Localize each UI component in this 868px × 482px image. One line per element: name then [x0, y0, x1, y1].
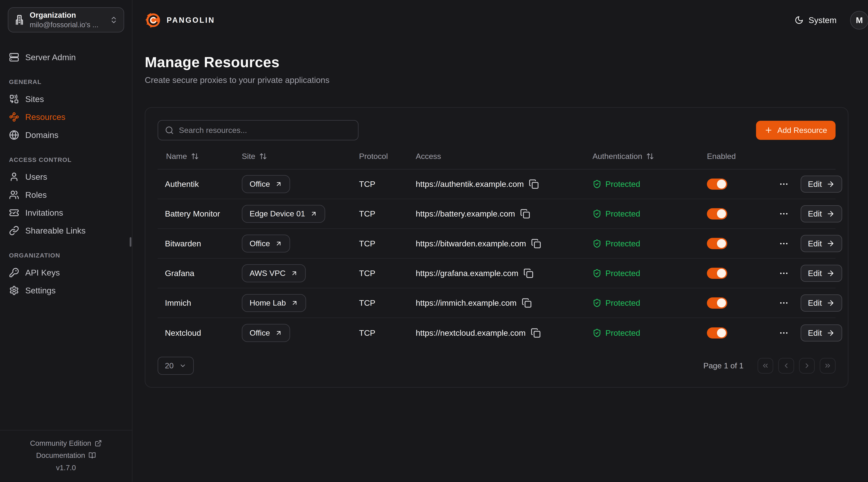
arrow-up-right-icon	[290, 269, 298, 277]
column-header-name[interactable]: Name	[158, 152, 242, 161]
prev-page-button[interactable]	[778, 358, 794, 374]
copy-icon[interactable]	[520, 209, 530, 219]
topbar: PANGOLIN System M	[145, 0, 868, 40]
row-menu-button[interactable]	[779, 268, 789, 278]
brand-name: PANGOLIN	[167, 16, 215, 25]
first-page-button[interactable]	[757, 358, 773, 374]
copy-icon[interactable]	[522, 298, 532, 308]
avatar[interactable]: M	[850, 11, 868, 30]
enabled-toggle[interactable]	[707, 179, 727, 190]
brand[interactable]: PANGOLIN	[145, 12, 215, 29]
enabled-toggle[interactable]	[707, 238, 727, 249]
sidebar-item-resources[interactable]: Resources	[9, 108, 123, 126]
sidebar-item-server-admin[interactable]: Server Admin	[9, 48, 123, 66]
enabled-toggle[interactable]	[707, 208, 727, 220]
ticket-check-icon	[9, 208, 19, 218]
sidebar-footer-link[interactable]: Documentation	[0, 449, 132, 462]
sidebar: Organization milo@fossorial.io's ... Ser…	[0, 0, 132, 482]
sidebar-item-sites[interactable]: Sites	[9, 90, 123, 108]
page-size-select[interactable]: 20	[158, 357, 194, 375]
sidebar-footer-link[interactable]: Community Edition	[0, 437, 132, 449]
resource-name: Bitwarden	[158, 239, 242, 248]
chevrons-left-icon	[762, 362, 769, 369]
sort-icon[interactable]	[259, 152, 267, 160]
row-menu-button[interactable]	[779, 328, 789, 338]
shield-check-icon	[592, 180, 601, 189]
row-menu-button[interactable]	[779, 238, 789, 249]
sidebar-item-users[interactable]: Users	[9, 168, 123, 186]
chevron-right-icon	[803, 362, 811, 369]
sidebar-item-domains[interactable]: Domains	[9, 126, 123, 144]
theme-toggle[interactable]: System	[795, 15, 837, 25]
edit-button[interactable]: Edit	[801, 265, 842, 282]
sidebar-item-api-keys[interactable]: API Keys	[9, 263, 123, 282]
auth-badge: Protected	[592, 180, 707, 189]
resources-card: Add Resource NameSiteProtocolAccessAuthe…	[145, 107, 848, 387]
page-title: Manage Resources	[145, 54, 868, 71]
search-input[interactable]	[179, 126, 351, 135]
row-menu-button[interactable]	[779, 209, 789, 219]
column-header-site[interactable]: Site	[242, 152, 359, 161]
sidebar-item-roles[interactable]: Roles	[9, 186, 123, 204]
page-subtitle: Create secure proxies to your private ap…	[145, 75, 868, 85]
page-info: Page 1 of 1	[703, 361, 743, 370]
edit-button[interactable]: Edit	[801, 235, 842, 252]
arrow-up-right-icon	[310, 210, 317, 217]
copy-icon[interactable]	[531, 238, 541, 249]
toolbar: Add Resource	[158, 120, 836, 140]
sidebar-nav: Server Admin GENERAL Sites Resources Dom…	[0, 48, 132, 299]
next-page-button[interactable]	[799, 358, 815, 374]
resource-protocol: TCP	[359, 268, 415, 278]
site-link-button[interactable]: Home Lab	[242, 294, 306, 312]
arrow-up-right-icon	[291, 299, 298, 307]
book-open-icon	[89, 452, 96, 459]
enabled-toggle[interactable]	[707, 297, 727, 309]
sidebar-item-invitations[interactable]: Invitations	[9, 204, 123, 222]
globe-icon	[9, 130, 19, 140]
edit-button[interactable]: Edit	[801, 324, 842, 342]
enabled-toggle[interactable]	[707, 327, 727, 339]
main-area: PANGOLIN System M Manage Resources Creat…	[132, 0, 868, 482]
row-menu-button[interactable]	[779, 179, 789, 189]
sites-icon	[9, 94, 19, 104]
column-header-authentication[interactable]: Authentication	[592, 152, 707, 161]
site-link-button[interactable]: Office	[242, 175, 290, 193]
copy-icon[interactable]	[523, 268, 533, 278]
site-link-button[interactable]: Office	[242, 234, 290, 252]
sidebar-footer: Community Edition Documentation v1.7.0	[0, 430, 132, 482]
sort-icon[interactable]	[646, 152, 654, 160]
copy-icon[interactable]	[531, 328, 541, 338]
arrow-up-right-icon	[275, 329, 282, 336]
site-link-button[interactable]: AWS VPC	[242, 264, 306, 282]
org-value: milo@fossorial.io's ...	[30, 20, 104, 30]
sidebar-scrollbar[interactable]	[130, 237, 131, 247]
org-switcher[interactable]: Organization milo@fossorial.io's ...	[8, 7, 124, 32]
table-row: Bitwarden Office TCP https://bitwarden.e…	[158, 229, 836, 259]
arrow-right-icon	[826, 269, 835, 278]
site-link-button[interactable]: Office	[242, 324, 290, 342]
auth-badge: Protected	[592, 268, 707, 278]
add-resource-button[interactable]: Add Resource	[756, 121, 836, 140]
row-menu-button[interactable]	[779, 298, 789, 308]
last-page-button[interactable]	[820, 358, 836, 374]
external-link-icon	[95, 440, 102, 447]
avatar-initial: M	[856, 15, 863, 25]
shield-check-icon	[592, 239, 601, 248]
site-link-button[interactable]: Edge Device 01	[242, 205, 325, 223]
enabled-toggle[interactable]	[707, 268, 727, 279]
pangolin-logo-icon	[145, 12, 162, 29]
shield-check-icon	[592, 269, 601, 278]
copy-icon[interactable]	[529, 179, 539, 189]
edit-button[interactable]: Edit	[801, 294, 842, 312]
sidebar-item-settings[interactable]: Settings	[9, 282, 123, 299]
edit-button[interactable]: Edit	[801, 175, 842, 193]
edit-button[interactable]: Edit	[801, 205, 842, 222]
version-label: v1.7.0	[0, 462, 132, 474]
sidebar-section-title: GENERAL	[9, 78, 123, 86]
sidebar-item-shareable-links[interactable]: Shareable Links	[9, 222, 123, 239]
sidebar-section-title: ORGANIZATION	[9, 252, 123, 259]
arrow-up-right-icon	[275, 240, 282, 247]
resource-access-url: https://bitwarden.example.com	[416, 239, 526, 248]
table-header-row: NameSiteProtocolAccessAuthenticationEnab…	[158, 144, 836, 169]
sort-icon[interactable]	[191, 152, 199, 160]
